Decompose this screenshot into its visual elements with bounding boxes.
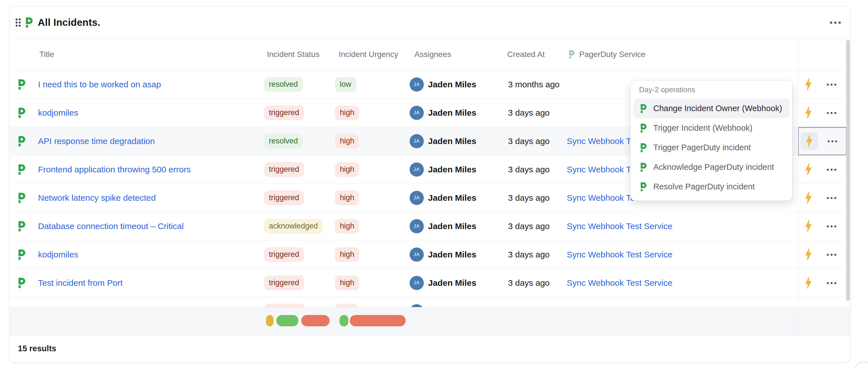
assignee-avatar: JA [410,163,424,177]
dropdown-menu-item[interactable]: Trigger PagerDuty incident [633,138,789,157]
row-actions-cell [798,99,847,127]
pagerduty-icon [17,277,25,288]
assignee-avatar: JA [410,77,424,92]
lightning-icon [805,163,811,176]
row-menu-button[interactable] [824,248,839,261]
pagerduty-icon [640,124,647,133]
created-at-value: 3 days ago [508,250,550,259]
run-action-button[interactable] [800,75,817,94]
incident-urgency-badge: low [335,77,356,92]
incident-status-badge: triggered [264,275,304,290]
actions-column-divider [798,39,798,335]
pagerduty-service-link[interactable]: Sync Webhook Test Service [567,250,672,259]
incident-urgency-badge: high [335,275,359,290]
incident-title-link[interactable]: I need this to be worked on asap [38,80,161,89]
pagerduty-icon [17,107,25,118]
floating-button-peek[interactable] [855,362,868,368]
incident-title-link[interactable]: Test incident from Port [38,278,123,288]
assignee-name: Jaden Miles [428,250,476,259]
incident-title-link[interactable]: kodjomiles [38,108,78,118]
dropdown-menu-item[interactable]: Acknowledge PagerDuty incident [633,157,789,177]
ellipsis-icon [830,22,832,24]
dropdown-item-label: Change Incident Owner (Webhook) [653,104,782,113]
pagerduty-icon [17,164,25,175]
pagerduty-service-link[interactable]: Sync Webhook Test Service [567,278,672,288]
pagerduty-icon [640,163,647,172]
pagerduty-icon [640,143,647,152]
column-header-assignees[interactable]: Assignees [414,39,451,70]
ellipsis-icon [827,169,829,171]
run-action-button[interactable] [800,245,817,264]
avatar-initials: JA [413,280,420,286]
lightning-icon [806,135,812,148]
row-menu-button[interactable] [824,220,839,233]
table-header: Title Incident Status Incident Urgency A… [10,39,850,70]
column-header-incident-urgency[interactable]: Incident Urgency [339,39,398,70]
assignee-avatar: JA [410,134,424,148]
row-menu-button[interactable] [824,134,840,148]
loading-pill [340,315,348,326]
assignee-avatar: JA [410,276,424,290]
run-action-button[interactable] [800,189,817,207]
incident-urgency-badge: high [335,162,359,177]
row-actions-cell [798,70,847,99]
lightning-icon [805,248,811,261]
created-at-value: 3 days ago [508,193,550,203]
loading-skeleton-band [10,307,850,335]
dropdown-item-label: Acknowledge PagerDuty incident [653,163,774,172]
ellipsis-icon [828,140,830,142]
vertical-scrollbar[interactable] [846,40,850,301]
run-action-button[interactable] [801,132,818,150]
pagerduty-icon [17,136,25,146]
incident-title-link[interactable]: Database connection timeout – Critical [38,222,184,231]
column-header-title[interactable]: Title [39,39,54,70]
incident-title-link[interactable]: Network latency spike detected [38,193,156,203]
row-menu-button[interactable] [824,78,839,91]
dropdown-menu-item[interactable]: Resolve PagerDuty incident [633,177,789,197]
pagerduty-service-link[interactable]: Sync Webhook Test Service [567,222,672,231]
lightning-icon [805,78,811,91]
run-action-button[interactable] [800,274,817,292]
pagerduty-logo-icon [25,17,33,28]
assignee-avatar: JA [410,106,424,120]
row-menu-button[interactable] [824,191,839,205]
page-title: All Incidents. [38,17,100,28]
table-row: kodjomiles triggered high JA Jaden Miles… [10,240,850,269]
incident-status-badge: triggered [264,162,304,177]
column-header-label: PagerDuty Service [579,50,645,59]
assignee-name: Jaden Miles [428,80,476,89]
incident-title-link[interactable]: Frontend application throwing 500 errors [38,165,191,174]
incident-urgency-badge: high [335,219,359,234]
column-header-incident-status[interactable]: Incident Status [267,39,319,70]
row-menu-button[interactable] [824,106,839,120]
dropdown-menu-item[interactable]: Trigger Incident (Webhook) [633,118,789,138]
incident-status-badge: triggered [264,105,304,120]
dropdown-menu-item[interactable]: Change Incident Owner (Webhook) [633,99,789,118]
run-action-button[interactable] [800,104,817,122]
run-action-button[interactable] [800,161,817,179]
incident-title-link[interactable]: kodjomiles [38,250,78,259]
avatar-initials: JA [413,167,420,172]
avatar-initials: JA [413,82,420,87]
column-header-pagerduty-service[interactable]: PagerDuty Service [568,39,645,70]
assignee-name: Jaden Miles [428,108,476,118]
widget-menu-button[interactable] [828,17,843,29]
row-menu-button[interactable] [824,163,839,176]
assignee-avatar: JA [410,191,424,205]
table-row: Test incident from Port triggered high J… [10,269,850,297]
loading-pill [350,315,406,326]
incident-title-link[interactable]: API response time degradation [38,136,155,146]
row-actions-cell [798,127,847,155]
lightning-icon [805,192,811,204]
avatar-initials: JA [413,224,420,229]
run-action-button[interactable] [800,217,817,235]
pagerduty-icon [17,79,25,90]
ellipsis-icon [827,254,829,256]
pagerduty-icon [17,193,25,203]
avatar-initials: JA [413,252,420,258]
drag-handle-icon[interactable] [14,17,23,28]
column-header-created-at[interactable]: Created At [507,39,545,70]
dropdown-item-label: Trigger PagerDuty incident [653,143,751,152]
row-menu-button[interactable] [824,276,839,290]
loading-pill [266,315,274,326]
